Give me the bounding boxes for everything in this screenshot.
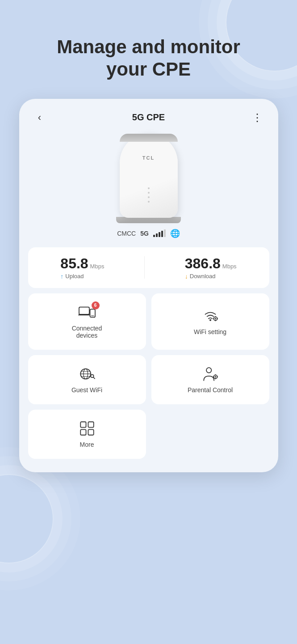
download-block: 386.8 Mbps ↓ Download <box>185 255 237 280</box>
connected-devices-badge: 6 <box>92 301 100 309</box>
connected-devices-label: Connecteddevices <box>72 325 102 339</box>
svg-point-4 <box>209 319 211 321</box>
page-title: 5G CPE <box>132 112 165 123</box>
router-body: TCL <box>120 134 178 218</box>
svg-rect-1 <box>78 314 90 315</box>
svg-point-18 <box>206 368 211 373</box>
more-card[interactable]: More <box>28 410 146 459</box>
signal-bar-3 <box>159 232 160 237</box>
parental-control-label: Parental Control <box>188 386 233 394</box>
feature-grid: 6 Connecteddevices <box>28 293 269 459</box>
upload-label: ↑ Upload <box>60 273 104 280</box>
signal-bar-1 <box>153 235 155 237</box>
guest-wifi-card[interactable]: Guest WiFi <box>28 355 146 404</box>
signal-bar-4 <box>161 231 163 237</box>
router-light <box>148 187 150 189</box>
signal-bar-5 <box>164 229 166 237</box>
phone-card: ‹ 5G CPE ⋮ TCL CMCC 5G <box>19 99 278 472</box>
menu-button[interactable]: ⋮ <box>249 110 265 126</box>
router-brand: TCL <box>142 155 155 161</box>
back-button[interactable]: ‹ <box>32 110 48 126</box>
header-section: Manage and monitor your CPE <box>57 36 240 81</box>
wifi-setting-label: WiFi setting <box>194 328 226 335</box>
upload-value: 85.8 Mbps <box>60 255 104 272</box>
bg-decoration-bottom-left <box>0 474 54 564</box>
globe-icon: 🌐 <box>170 229 180 238</box>
svg-line-17 <box>93 377 94 378</box>
speed-card: 85.8 Mbps ↑ Upload 386.8 Mbps ↓ Download <box>28 247 269 288</box>
router-lights <box>148 187 150 203</box>
download-value: 386.8 Mbps <box>185 255 237 272</box>
svg-rect-25 <box>80 422 86 427</box>
svg-rect-28 <box>88 429 93 435</box>
parental-control-card[interactable]: Parental Control <box>151 355 269 404</box>
network-status: CMCC 5G 🌐 <box>117 229 180 238</box>
guest-wifi-label: Guest WiFi <box>71 386 102 394</box>
more-label: More <box>80 441 94 448</box>
speed-divider <box>144 256 145 279</box>
router-top-band <box>120 134 178 142</box>
upload-arrow-icon: ↑ <box>60 273 63 280</box>
download-label: ↓ Download <box>185 273 237 280</box>
svg-rect-0 <box>79 307 89 314</box>
wifi-setting-card[interactable]: WiFi setting <box>151 293 269 350</box>
carrier-label: CMCC <box>117 230 136 237</box>
upload-block: 85.8 Mbps ↑ Upload <box>60 255 104 280</box>
connected-devices-icon: 6 <box>78 304 96 320</box>
router-image: TCL <box>113 134 184 223</box>
guest-wifi-icon <box>78 366 96 382</box>
svg-point-6 <box>214 318 216 319</box>
upload-unit: Mbps <box>90 263 105 270</box>
top-bar: ‹ 5G CPE ⋮ <box>19 99 278 129</box>
router-light <box>148 201 150 203</box>
connected-devices-card[interactable]: 6 Connecteddevices <box>28 293 146 350</box>
signal-bars <box>153 230 166 237</box>
wifi-setting-icon <box>201 308 219 324</box>
parental-control-icon <box>201 366 219 382</box>
device-area: TCL CMCC 5G 🌐 <box>19 129 278 243</box>
router-light <box>148 196 150 198</box>
svg-rect-27 <box>80 429 86 435</box>
router-light <box>148 192 150 194</box>
svg-rect-26 <box>88 422 93 427</box>
router-base <box>116 217 181 223</box>
download-arrow-icon: ↓ <box>185 273 188 280</box>
download-unit: Mbps <box>222 263 237 270</box>
header-title: Manage and monitor your CPE <box>57 36 240 81</box>
signal-bar-2 <box>156 233 158 237</box>
more-icon <box>78 420 96 436</box>
network-type-label: 5G <box>140 230 149 237</box>
svg-point-20 <box>214 376 216 377</box>
